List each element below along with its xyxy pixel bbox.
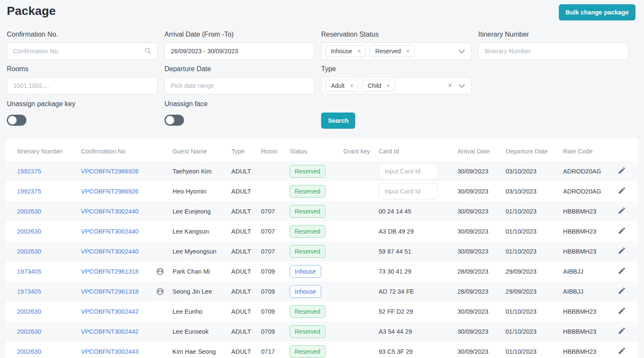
departure-date-input[interactable] [164,77,314,94]
edit-row-button[interactable] [617,225,627,237]
card-id-input[interactable] [379,163,438,179]
results-table: Itinerary Number Confirmation No Guest N… [6,138,638,358]
edit-row-button[interactable] [617,185,627,197]
unassign-face-toggle[interactable] [164,115,184,126]
col-header-departure-date: Departure Date [506,148,563,155]
chevron-down-icon [458,49,465,55]
status-badge: Reserved [290,185,325,198]
itinerary-link[interactable]: 1973405 [17,268,41,275]
col-header-rate-code: Rate Code [563,148,607,155]
table-row: 1992375 VPCOBFNT2986926 Taehyeon Kim ADU… [6,161,638,181]
remove-tag-icon[interactable]: ✕ [357,49,361,54]
itinerary-number-input[interactable] [478,43,628,60]
topbar: Package Bulk change package [0,0,644,20]
departure-date: 01/10/2023 [506,228,563,235]
remove-tag-icon[interactable]: ✕ [386,83,390,89]
reservation-status-select[interactable]: Inhouse✕Reserved✕ [321,43,472,60]
rate-code: HBBBMH23 [563,228,607,235]
rate-code: ADROD20AG [563,188,607,195]
itinerary-link[interactable]: 2002630 [17,208,41,215]
itinerary-link[interactable]: 1992375 [17,168,41,175]
reservation-status-label: Reservation Status [321,31,472,38]
confirmation-link[interactable]: VPCOBFNT2961318 [81,268,138,275]
departure-date: 29/09/2023 [506,268,563,275]
filter-tag: Reserved✕ [370,45,414,57]
filter-tag-label: Child [368,82,381,89]
confirmation-link[interactable]: VPCOBFNT2986926 [81,168,138,175]
table-row: 1992375 VPCOBFNT2986926 Heo Hyomin ADULT… [6,181,638,201]
remove-tag-icon[interactable]: ✕ [406,49,410,54]
itinerary-link[interactable]: 2002630 [17,228,41,235]
itinerary-link[interactable]: 1992375 [17,188,41,195]
guest-type: ADULT [231,168,261,175]
search-button[interactable]: Search [321,113,355,129]
edit-row-button[interactable] [617,245,627,257]
card-id-cell: A3 54 44 29 [379,328,457,335]
confirmation-link[interactable]: VPCOBFNT3002440 [81,248,138,255]
guest-name: Lee Myeongsun [172,248,231,255]
edit-row-button[interactable] [617,266,627,277]
confirmation-link[interactable]: VPCOBFNT3002442 [81,308,138,315]
filter-form: Confirmation No. Rooms Unassign package … [0,20,644,129]
departure-date-label: Departure Date [164,65,314,73]
guest-name: Taehyeon Kim [172,168,231,175]
confirmation-link[interactable]: VPCOBFNT3002440 [81,228,138,235]
room-number: 0709 [261,288,290,295]
edit-row-button[interactable] [617,326,627,337]
room-number: 0709 [261,268,290,275]
rooms-input[interactable] [7,77,158,94]
status-badge: Reserved [290,225,325,238]
itinerary-link[interactable]: 1973405 [17,288,41,295]
guest-type: ADULT [231,188,261,195]
departure-date: 03/10/2023 [506,188,563,195]
rate-code: AIBBJJ [563,288,607,295]
rate-code: AIBBJJ [563,268,607,275]
pencil-icon [618,246,626,255]
itinerary-link[interactable]: 2002630 [17,348,41,355]
guest-name: Park Chan Mi [172,268,231,275]
card-id-cell: 59 87 44 51 [379,248,457,255]
guest-name: Lee Kangsun [172,228,231,235]
confirmation-link[interactable]: VPCOBFNT2986926 [81,188,138,195]
clear-select-icon[interactable]: ✕ [448,82,452,89]
card-id-cell: 52 FF D2 29 [379,308,457,315]
pencil-icon [618,226,626,235]
search-icon [144,47,152,55]
edit-row-button[interactable] [617,346,627,357]
itinerary-link[interactable]: 2002630 [17,328,41,335]
departure-date: 03/10/2023 [506,168,563,175]
arrival-date: 28/09/2023 [457,288,506,295]
arrival-date-input[interactable] [164,43,314,60]
type-select[interactable]: Adult✕Child✕✕ [321,77,472,94]
bulk-change-package-button[interactable]: Bulk change package [559,4,635,20]
arrival-date: 30/09/2023 [457,228,506,235]
guest-name: Heo Hyomin [172,188,231,195]
edit-row-button[interactable] [617,306,627,317]
edit-row-button[interactable] [617,286,627,297]
table-row: 2002630 VPCOBFNT3002440 Lee Myeongsun AD… [6,241,638,261]
arrival-date: 30/09/2023 [457,188,506,195]
status-badge: Reserved [290,325,325,338]
filter-col-3: Reservation Status Inhouse✕Reserved✕ Typ… [321,31,472,129]
edit-row-button[interactable] [617,205,627,217]
departure-date: 01/10/2023 [506,348,563,355]
itinerary-link[interactable]: 2002630 [17,308,41,315]
arrival-date: 30/09/2023 [457,348,506,355]
confirmation-link[interactable]: VPCOBFNT3002442 [81,328,138,335]
confirmation-link[interactable]: VPCOBFNT3002440 [81,208,138,215]
card-id-cell [379,163,457,179]
guest-face-icon [156,267,164,276]
guest-type: ADULT [231,208,261,215]
confirmation-no-input[interactable] [7,43,158,60]
guest-type: ADULT [231,288,261,295]
card-id-input[interactable] [379,183,438,199]
itinerary-link[interactable]: 2002630 [17,248,41,255]
confirmation-link[interactable]: VPCOBFNT2961318 [81,288,138,295]
guest-name: Kim Hae Seong [172,348,231,355]
unassign-package-key-toggle[interactable] [7,115,26,126]
remove-tag-icon[interactable]: ✕ [350,83,354,89]
pencil-icon [618,206,626,215]
confirmation-link[interactable]: VPCOBFNT3002443 [81,348,138,355]
edit-row-button[interactable] [617,165,627,177]
toggle-knob [166,116,174,124]
